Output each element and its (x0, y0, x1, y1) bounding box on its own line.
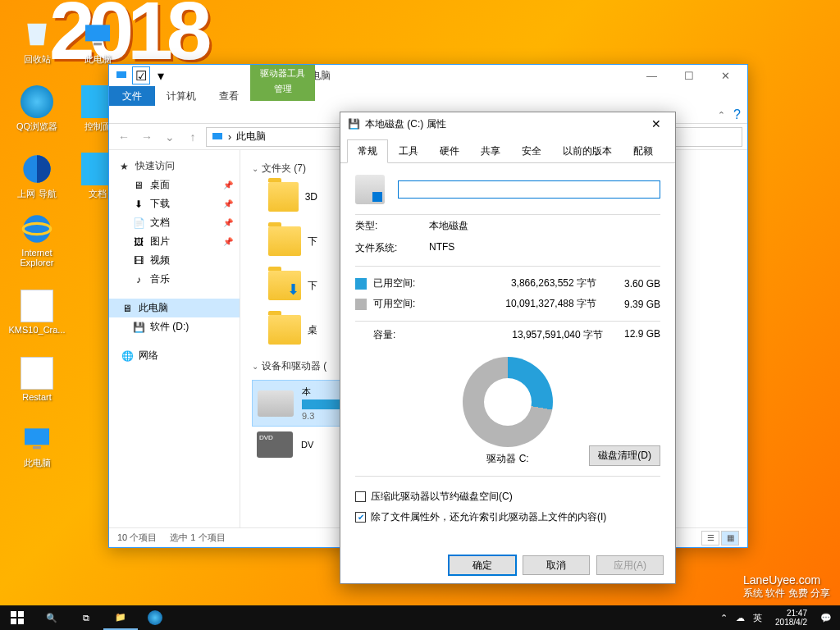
item-count: 10 个项目 (117, 532, 157, 544)
dvd-icon: DVD (257, 431, 293, 458)
nav-downloads[interactable]: ⬇下载📌 (109, 194, 240, 213)
pin-icon: 📌 (223, 199, 233, 208)
tab-computer[interactable]: 计算机 (155, 86, 208, 106)
svg-rect-10 (18, 611, 24, 617)
disk-large-icon (355, 175, 385, 204)
fs-value: NTFS (429, 241, 454, 255)
help-icon[interactable]: ? (733, 107, 741, 122)
start-button[interactable] (0, 605, 34, 630)
used-gb: 3.60 GB (603, 278, 660, 290)
ok-button[interactable]: 确定 (449, 555, 516, 575)
drive-label: 驱动器 C: (486, 452, 528, 466)
pin-icon: 📌 (223, 180, 233, 189)
nav-back-icon[interactable]: ← (114, 127, 134, 147)
pin-icon: 📌 (223, 237, 233, 246)
tab-file[interactable]: 文件 (109, 86, 155, 106)
tray-ime[interactable]: 英 (753, 612, 762, 624)
svg-rect-12 (18, 619, 24, 624)
nav-videos[interactable]: 🎞视频 (109, 251, 240, 270)
qat-pc-icon[interactable] (112, 66, 130, 84)
nav-thispc[interactable]: 🖥此电脑 (109, 299, 240, 317)
folder-icon: ⬇ (268, 271, 301, 300)
free-gb: 9.39 GB (603, 299, 660, 310)
video-nav-icon: 🎞 (132, 254, 145, 267)
nav-drive-d[interactable]: 💾软件 (D:) (109, 317, 240, 336)
compress-checkbox[interactable] (355, 491, 366, 502)
desktop-icon-nav[interactable]: 上网 导航 (7, 141, 67, 200)
tray-up-icon[interactable]: ⌃ (720, 613, 728, 623)
taskview-button[interactable]: ⧉ (69, 605, 103, 630)
tray-notifications-icon[interactable]: 💬 (820, 613, 832, 623)
svg-rect-6 (33, 446, 41, 449)
folder-item[interactable]: 下 (268, 226, 317, 256)
cancel-button[interactable]: 取消 (523, 555, 590, 575)
index-checkbox[interactable]: ✔ (355, 512, 366, 523)
nav-up-icon[interactable]: ↑ (183, 127, 203, 147)
tray-clock[interactable]: 21:47 2018/4/2 (770, 609, 812, 627)
network-nav-icon: 🌐 (121, 349, 134, 363)
tab-general[interactable]: 常规 (347, 139, 388, 163)
used-label: 已用空间: (373, 276, 439, 290)
folder-3d[interactable]: 3D (268, 182, 317, 212)
tab-security[interactable]: 安全 (511, 139, 552, 163)
props-close-button[interactable]: ✕ (644, 117, 669, 130)
drive-small-icon: 💾 (347, 117, 360, 130)
folder-item[interactable]: 桌 (268, 315, 317, 345)
desktop-icon-recycle[interactable]: 回收站 (7, 7, 67, 66)
nav-quick-access[interactable]: ★快速访问 (109, 157, 240, 176)
free-label: 可用空间: (373, 297, 439, 311)
tab-tools[interactable]: 工具 (388, 139, 429, 163)
tab-sharing[interactable]: 共享 (470, 139, 511, 163)
maximize-button[interactable]: ☐ (670, 65, 707, 86)
used-bytes: 3,866,263,552 字节 (445, 276, 596, 290)
view-details-icon[interactable]: ☰ (701, 531, 719, 546)
nav-music[interactable]: ♪音乐 (109, 270, 240, 289)
desktop-icon-qqbrowser[interactable]: QQ浏览器 (7, 74, 67, 133)
apply-button[interactable]: 应用(A) (596, 555, 664, 575)
ribbon-expand-icon[interactable]: ⌄ (718, 109, 725, 120)
close-button[interactable]: ✕ (707, 65, 744, 86)
props-titlebar[interactable]: 💾 本地磁盘 (C:) 属性 ✕ (340, 112, 675, 135)
tab-quota[interactable]: 配额 (623, 139, 664, 163)
explorer-titlebar[interactable]: ☑ ▾ 驱动器工具 管理 此电脑 — ☐ ✕ (109, 65, 747, 86)
tab-manage[interactable]: 管理 (260, 83, 305, 95)
nav-desktop[interactable]: 🖥桌面📌 (109, 176, 240, 194)
view-large-icon[interactable]: ▦ (721, 531, 739, 546)
taskbar-qq[interactable] (138, 605, 172, 630)
tab-hardware[interactable]: 硬件 (429, 139, 470, 163)
volume-name-input[interactable] (398, 180, 660, 199)
desktop-icon-restart[interactable]: Restart (7, 343, 67, 402)
nav-forward-icon[interactable]: → (137, 127, 157, 147)
qat-properties-icon[interactable]: ☑ (132, 66, 150, 84)
nav-recent-icon[interactable]: ⌄ (160, 127, 180, 147)
qat-dropdown-icon[interactable]: ▾ (152, 66, 170, 84)
nav-documents[interactable]: 📄文档📌 (109, 213, 240, 232)
desktop-icon-thispc[interactable]: 此电脑 (67, 7, 128, 66)
desktop-icon-ie[interactable]: Internet Explorer (7, 208, 67, 267)
usage-pie-chart (463, 357, 553, 447)
search-button[interactable]: 🔍 (34, 605, 69, 630)
compress-checkbox-row[interactable]: 压缩此驱动器以节约磁盘空间(C) (355, 486, 660, 507)
svg-point-3 (23, 215, 50, 242)
tab-previous[interactable]: 以前的版本 (552, 139, 623, 163)
props-tabs: 常规 工具 硬件 共享 安全 以前的版本 配额 (340, 139, 675, 163)
desktop-icon-kms[interactable]: KMS10_Cra... (7, 276, 67, 335)
minimize-button[interactable]: — (633, 65, 670, 86)
taskbar-explorer[interactable]: 📁 (103, 605, 138, 630)
svg-rect-7 (116, 71, 126, 78)
index-checkbox-row[interactable]: ✔ 除了文件属性外，还允许索引此驱动器上文件的内容(I) (355, 507, 660, 527)
tab-view[interactable]: 查看 (208, 86, 250, 106)
used-color-swatch (355, 278, 367, 290)
star-icon: ★ (117, 160, 130, 173)
tray-onedrive-icon[interactable]: ☁ (736, 613, 745, 623)
folder-icon (268, 226, 301, 256)
folder-item[interactable]: ⬇下 (268, 271, 317, 300)
properties-dialog: 💾 本地磁盘 (C:) 属性 ✕ 常规 工具 硬件 共享 安全 以前的版本 配额… (340, 112, 676, 584)
free-bytes: 10,091,327,488 字节 (445, 297, 596, 311)
nav-network[interactable]: 🌐网络 (109, 346, 240, 365)
pc-nav-icon: 🖥 (121, 302, 134, 315)
nav-pane: ★快速访问 🖥桌面📌 ⬇下载📌 📄文档📌 🖼图片📌 🎞视频 ♪音乐 🖥此电脑 💾… (109, 150, 240, 527)
desktop-icon-thispc2[interactable]: 此电脑 (7, 410, 67, 469)
disk-cleanup-button[interactable]: 磁盘清理(D) (589, 445, 660, 466)
nav-pictures[interactable]: 🖼图片📌 (109, 232, 240, 251)
